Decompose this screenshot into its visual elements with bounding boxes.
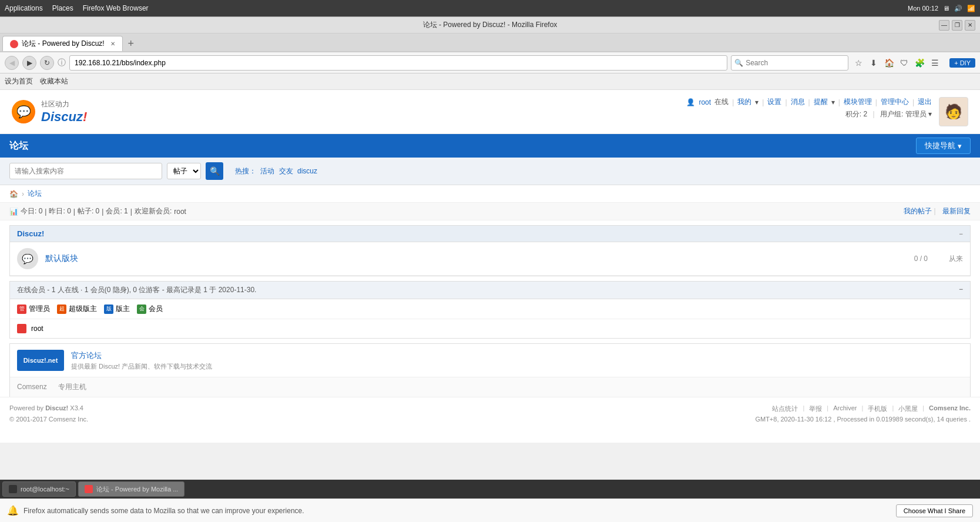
archiver-link[interactable]: Archiver — [833, 404, 857, 413]
online-section: 在线会员 - 1 人在线 · 1 会员(0 隐身), 0 位游客 - 最高记录是… — [9, 281, 971, 339]
welcome-label: 欢迎新会员: — [135, 206, 172, 216]
alerts-dropdown[interactable]: ▾ — [831, 98, 835, 106]
forum-search-button[interactable]: 🔍 — [206, 162, 223, 180]
minimize-button[interactable]: — — [939, 20, 949, 31]
username-link[interactable]: root — [699, 98, 711, 106]
stats-link[interactable]: 站点统计 — [772, 404, 798, 413]
my-dropdown-icon[interactable]: ▾ — [755, 98, 759, 106]
firefox-taskbar-icon — [85, 485, 93, 493]
website-content: 💬 社区动力 Discuz! 👤 root 在线 | 我的 — [0, 90, 980, 443]
bookmark-favorites[interactable]: 收藏本站 — [40, 76, 68, 86]
bookmark-homepage[interactable]: 设为首页 — [5, 76, 33, 86]
forum-breadcrumb[interactable]: 论坛 — [28, 189, 42, 199]
stats-left: 📊 今日: 0 | 昨日: 0 | 帖子: 0 | 会员: 1 | 欢迎新会员:… — [9, 206, 186, 216]
partner-links-section: Discuz!.net 官方论坛 提供最新 Discuz! 产品新闻、软件下载与… — [9, 343, 971, 397]
forum-search-input[interactable] — [9, 163, 162, 179]
supermod-label: 超级版主 — [69, 304, 97, 314]
active-tab[interactable]: 论坛 - Powered by Discuz! ✕ — [2, 36, 123, 51]
comsenz-inc-link[interactable]: Comsenz Inc. — [929, 404, 971, 411]
logout-link[interactable]: 退出 — [918, 97, 932, 107]
tab-close-button[interactable]: ✕ — [110, 41, 115, 47]
mod-panel-link[interactable]: 模块管理 — [844, 97, 872, 107]
search-icon: 🔍 — [734, 59, 743, 67]
home-icon[interactable]: 🏠 — [882, 58, 895, 68]
comsenz-name: Comsenz — [17, 383, 47, 391]
stats-right: 我的帖子 | 最新回复 — [899, 206, 971, 216]
settings-link[interactable]: 设置 — [767, 97, 781, 107]
section-title: Discuz! — [17, 229, 44, 238]
shield-icon[interactable]: 🛡 — [898, 58, 911, 68]
alerts-link[interactable]: 提醒 — [814, 97, 828, 107]
footer-nav-links: 站点统计 | 举报 | Archiver | 手机版 | 小黑屋 | Comse… — [772, 404, 971, 413]
blackhouse-link[interactable]: 小黑屋 — [898, 404, 918, 413]
hot-search-item-2[interactable]: discuz — [297, 167, 317, 175]
taskbar-item-browser[interactable]: 论坛 - Powered by Mozilla ... — [78, 481, 184, 497]
refresh-button[interactable]: ↻ — [40, 56, 54, 70]
home-breadcrumb-icon[interactable]: 🏠 — [9, 190, 18, 198]
today-stat: 今日: 0 — [21, 206, 42, 216]
my-link[interactable]: 我的 — [737, 97, 751, 107]
supermod-badge: 超 — [57, 304, 66, 314]
forum-title: 论坛 — [9, 140, 28, 152]
messages-link[interactable]: 消息 — [791, 97, 805, 107]
browser-window: 论坛 - Powered by Discuz! - Mozilla Firefo… — [0, 16, 980, 443]
extensions-icon[interactable]: 🧩 — [913, 58, 926, 68]
quick-nav-icon: ▾ — [958, 142, 962, 150]
menu-icon[interactable]: ☰ — [928, 58, 941, 68]
yesterday-stat: 昨日: 0 — [49, 206, 71, 216]
notification-bar: 🔔 Firefox automatically sends some data … — [0, 498, 980, 522]
mod-legend: 版 版主 — [104, 304, 130, 314]
system-tray-icon: 🖥 — [943, 5, 949, 12]
new-member-link[interactable]: root — [174, 208, 186, 216]
partner-logo: Discuz!.net — [17, 350, 64, 371]
diy-button[interactable]: + DIY — [949, 58, 975, 68]
online-status-text: 在线会员 - 1 人在线 · 1 会员(0 隐身), 0 位游客 - 最高记录是… — [17, 285, 256, 295]
restore-button[interactable]: ❐ — [952, 20, 962, 31]
online-user-link[interactable]: root — [31, 324, 43, 333]
latest-replies-link[interactable]: 最新回复 — [942, 207, 971, 215]
hot-search-item-1[interactable]: 交友 — [279, 167, 293, 175]
close-button[interactable]: ✕ — [965, 20, 975, 31]
firefox-menu[interactable]: Firefox Web Browser — [83, 4, 149, 12]
network-icon: 📶 — [967, 5, 975, 12]
my-posts-link[interactable]: 我的帖子 — [904, 207, 932, 215]
user-icon: 👤 — [686, 98, 695, 106]
taskbar-browser-label: 论坛 - Powered by Mozilla ... — [96, 485, 178, 494]
user-group-dropdown[interactable]: ▾ — [928, 110, 932, 118]
new-tab-button[interactable]: + — [123, 36, 139, 51]
section-collapse-btn[interactable]: − — [959, 230, 963, 237]
partner-title[interactable]: 官方论坛 — [71, 350, 212, 361]
bookmark-save-icon[interactable]: ⬇ — [867, 58, 880, 68]
address-input[interactable] — [69, 55, 727, 71]
back-button[interactable]: ◀ — [5, 56, 19, 70]
hot-search-item-0[interactable]: 活动 — [260, 167, 274, 175]
applications-menu[interactable]: Applications — [5, 4, 43, 12]
stats-row: 📊 今日: 0 | 昨日: 0 | 帖子: 0 | 会员: 1 | 欢迎新会员:… — [0, 203, 980, 220]
choose-share-button[interactable]: Choose What I Share — [896, 504, 973, 517]
places-menu[interactable]: Places — [52, 4, 73, 12]
online-collapse-btn[interactable]: − — [959, 285, 963, 295]
partner-link-row: Discuz!.net 官方论坛 提供最新 Discuz! 产品新闻、软件下载与… — [10, 344, 970, 377]
taskbar-item-terminal[interactable]: root@localhost:~ — [2, 481, 76, 497]
forum-last-post: 从来 — [928, 254, 963, 264]
admin-center-link[interactable]: 管理中心 — [881, 97, 909, 107]
window-controls: — ❐ ✕ — [939, 20, 975, 31]
forum-stats: 0 / 0 — [881, 255, 928, 263]
online-header: 在线会员 - 1 人在线 · 1 会员(0 隐身), 0 位游客 - 最高记录是… — [10, 282, 970, 299]
search-type-select[interactable]: 帖子 — [167, 163, 201, 179]
forum-name[interactable]: 默认版块 — [45, 253, 881, 264]
logo-text: 社区动力 Discuz! — [41, 99, 87, 125]
tab-bar: 论坛 - Powered by Discuz! ✕ + — [0, 34, 980, 52]
tech-info: GMT+8, 2020-11-30 16:12 , Processed in 0… — [755, 416, 971, 423]
quick-nav-button[interactable]: 快捷导航 ▾ — [916, 138, 971, 154]
bookmark-star-icon[interactable]: ☆ — [852, 58, 865, 68]
admin-legend: 管 管理员 — [17, 304, 50, 314]
tab-favicon — [10, 40, 18, 48]
forum-search-bar: 帖子 🔍 热搜： 活动 交友 discuz — [0, 158, 980, 185]
site-header: 💬 社区动力 Discuz! 👤 root 在线 | 我的 — [0, 90, 980, 134]
forward-button[interactable]: ▶ — [22, 56, 36, 70]
browser-search-input[interactable] — [731, 55, 848, 71]
mobile-link[interactable]: 手机版 — [868, 404, 887, 413]
report-link[interactable]: 举报 — [809, 404, 822, 413]
user-avatar[interactable]: 🧑 — [939, 97, 968, 126]
